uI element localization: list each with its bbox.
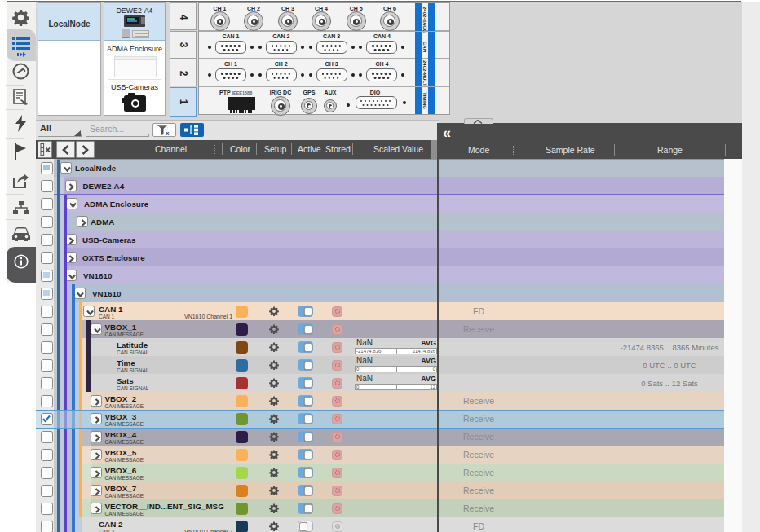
svg-text:x: x bbox=[166, 130, 170, 136]
